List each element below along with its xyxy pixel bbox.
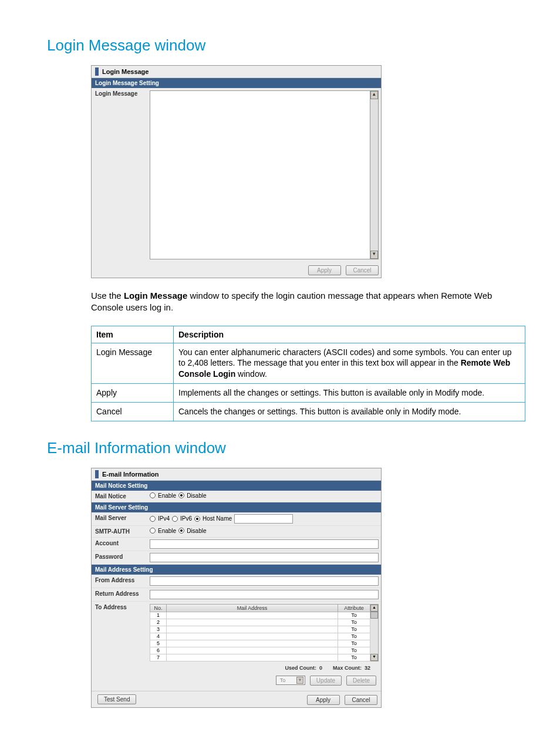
account-input[interactable] — [150, 539, 379, 549]
login-message-textarea[interactable] — [150, 90, 370, 259]
label-login-message: Login Message — [92, 88, 147, 99]
radio-label: Enable — [158, 528, 176, 534]
login-message-screenshot: Login Message Login Message Setting Logi… — [91, 65, 382, 278]
label-mail-server: Mail Server — [92, 512, 147, 524]
panel-title: E-mail Information — [102, 471, 159, 478]
description-table: Item Description Login Message You can e… — [91, 326, 525, 421]
radio-mail-notice-enable[interactable] — [150, 492, 156, 498]
table-row[interactable]: 6To — [150, 647, 370, 654]
radio-ipv6[interactable] — [172, 516, 178, 522]
table-row[interactable]: 7To — [150, 654, 370, 661]
label-password: Password — [92, 551, 147, 562]
th-no: No. — [150, 604, 167, 612]
textarea-scrollbar[interactable]: ▲ ▼ — [370, 90, 379, 259]
title-marker-icon — [95, 470, 99, 478]
radio-hostname[interactable] — [194, 516, 200, 522]
th-item: Item — [92, 326, 174, 343]
section-mail-notice: Mail Notice Setting — [92, 481, 381, 491]
radio-label: Enable — [158, 492, 176, 499]
radio-label: IPv6 — [180, 515, 192, 522]
intro-paragraph: Use the Login Message window to specify … — [91, 290, 513, 314]
th-attribute: Attribute — [338, 604, 370, 612]
radio-smtp-disable[interactable] — [178, 528, 184, 534]
panel-title: Login Message — [102, 68, 149, 75]
update-button[interactable]: Update — [310, 676, 342, 686]
table-scrollbar[interactable]: ▲ ▼ — [370, 604, 379, 661]
scroll-down-icon[interactable]: ▼ — [370, 251, 378, 259]
mail-server-input[interactable] — [234, 514, 293, 524]
radio-label: IPv4 — [158, 515, 170, 522]
title-marker-icon — [95, 67, 99, 76]
table-row: Apply Implements all the changes or sett… — [92, 384, 525, 403]
table-row[interactable]: 4To — [150, 633, 370, 640]
table-row[interactable]: 1To — [150, 612, 370, 619]
section-login-message-setting: Login Message Setting — [92, 78, 381, 88]
scroll-down-icon[interactable]: ▼ — [370, 654, 378, 661]
radio-label: Disable — [187, 528, 206, 534]
table-row: Cancel Cancels the changes or settings. … — [92, 403, 525, 421]
th-mail-address: Mail Address — [167, 604, 338, 612]
apply-button[interactable]: Apply — [308, 265, 341, 275]
table-row: Login Message You can enter alphanumeric… — [92, 343, 525, 384]
label-return-address: Return Address — [92, 588, 147, 599]
radio-smtp-enable[interactable] — [150, 528, 156, 534]
label-mail-notice: Mail Notice — [92, 491, 147, 502]
to-address-table[interactable]: No. Mail Address Attribute 1To2To3To4To5… — [150, 604, 379, 661]
heading-login-message: Login Message window — [47, 36, 513, 55]
test-send-button[interactable]: Test Send — [97, 694, 136, 704]
radio-mail-notice-disable[interactable] — [178, 492, 184, 498]
cancel-button[interactable]: Cancel — [345, 695, 377, 705]
table-row[interactable]: 3To — [150, 626, 370, 633]
section-mail-address: Mail Address Setting — [92, 565, 381, 575]
th-description: Description — [174, 326, 525, 343]
table-row[interactable]: 2To — [150, 619, 370, 626]
apply-button[interactable]: Apply — [307, 695, 340, 705]
label-from-address: From Address — [92, 575, 147, 586]
delete-button[interactable]: Delete — [346, 676, 376, 686]
attribute-select[interactable]: To ▼ — [276, 676, 305, 685]
radio-label: Disable — [187, 492, 206, 499]
scroll-up-icon[interactable]: ▲ — [370, 605, 378, 612]
scroll-up-icon[interactable]: ▲ — [370, 91, 378, 99]
label-to-address: To Address — [92, 602, 147, 689]
radio-ipv4[interactable] — [150, 516, 156, 522]
password-input[interactable] — [150, 553, 379, 562]
return-address-input[interactable] — [150, 590, 379, 599]
email-info-screenshot: E-mail Information Mail Notice Setting M… — [91, 468, 382, 708]
panel-titlebar: E-mail Information — [92, 468, 381, 481]
radio-label: Host Name — [203, 515, 232, 522]
heading-email-info: E-mail Information window — [47, 439, 513, 457]
label-smtp-auth: SMTP-AUTH — [92, 526, 147, 537]
label-account: Account — [92, 538, 147, 549]
panel-titlebar: Login Message — [92, 66, 381, 78]
table-row[interactable]: 5To — [150, 640, 370, 647]
chevron-down-icon: ▼ — [296, 677, 303, 684]
section-mail-server: Mail Server Setting — [92, 502, 381, 512]
from-address-input[interactable] — [150, 576, 379, 586]
cancel-button[interactable]: Cancel — [346, 265, 379, 275]
